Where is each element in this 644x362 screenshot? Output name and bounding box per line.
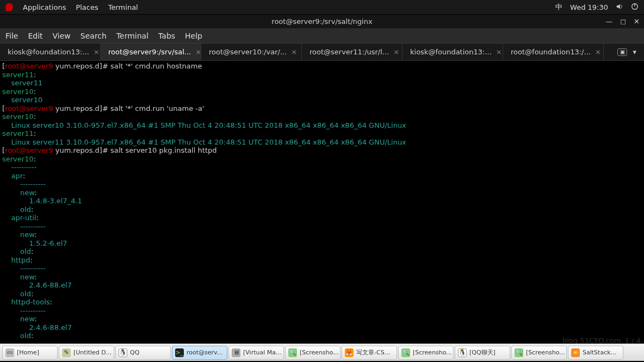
tab-close-icon[interactable]: × bbox=[496, 48, 502, 56]
menu-search[interactable]: Search bbox=[81, 32, 107, 40]
taskbar-label: [Screensho... bbox=[300, 349, 339, 356]
terminal-line: old: bbox=[2, 332, 642, 340]
taskbar-item[interactable]: 🐧QQ bbox=[115, 346, 171, 360]
terminal-output[interactable]: [root@server9 yum.repos.d]# salt '*' cmd… bbox=[0, 61, 644, 344]
menu-edit[interactable]: Edit bbox=[28, 32, 42, 40]
terminal-line: ---------- bbox=[2, 163, 642, 172]
menu-help[interactable]: Help bbox=[185, 32, 202, 40]
taskbar-label: QQ bbox=[130, 349, 139, 356]
menu-terminal[interactable]: Terminal bbox=[108, 3, 138, 11]
taskbar-item[interactable]: ▭[Home] bbox=[2, 346, 58, 360]
qqchat-icon: 🐧 bbox=[458, 348, 467, 357]
terminal-line: new: bbox=[2, 189, 642, 197]
tab-label: root@server10:/var/... bbox=[209, 48, 287, 56]
terminal-tab[interactable]: root@server9:/srv/sal...× bbox=[101, 43, 201, 60]
power-icon[interactable] bbox=[631, 3, 639, 12]
menu-places[interactable]: Places bbox=[76, 3, 98, 11]
taskbar-item[interactable]: ∞SaltStack... bbox=[568, 346, 623, 360]
tab-actions: ▣ ▾ bbox=[610, 43, 644, 60]
terminal-line: old: bbox=[2, 247, 642, 256]
terminal-line: new: bbox=[2, 273, 642, 282]
terminal-line: 2.4.6-88.el7 bbox=[2, 323, 642, 332]
gnome-top-bar: Applications Places Terminal 中 Wed 19:30 bbox=[0, 0, 644, 14]
menu-file[interactable]: File bbox=[5, 32, 18, 40]
terminal-tab[interactable]: root@foundation13:/...× bbox=[503, 43, 604, 60]
taskbar-label: SaltStack... bbox=[583, 349, 616, 356]
terminal-line: [root@server9 yum.repos.d]# salt server1… bbox=[2, 146, 642, 155]
term-icon: >_ bbox=[175, 348, 184, 357]
minimize-button[interactable]: — bbox=[605, 17, 612, 26]
taskbar-label: [Screensho... bbox=[413, 349, 452, 356]
tab-close-icon[interactable]: × bbox=[291, 48, 297, 56]
terminal-line: server11 bbox=[2, 79, 642, 88]
terminal-tabstrip: kiosk@foundation13:...×root@server9:/srv… bbox=[0, 43, 644, 61]
terminal-line: server10: bbox=[2, 155, 642, 164]
menu-applications[interactable]: Applications bbox=[23, 3, 66, 11]
menu-tabs[interactable]: Tabs bbox=[158, 32, 175, 40]
salt-icon: ∞ bbox=[571, 348, 580, 357]
terminal-line: apr: bbox=[2, 172, 642, 180]
taskbar-item[interactable]: 🔍[Screensho... bbox=[285, 346, 340, 360]
terminal-line: Linux server11 3.10.0-957.el7.x86_64 #1 … bbox=[2, 138, 642, 147]
terminal-line: apr-util: bbox=[2, 214, 642, 222]
shot-icon: 🔍 bbox=[401, 348, 410, 357]
menu-view[interactable]: View bbox=[53, 32, 71, 40]
taskbar-item[interactable]: 🔍[Screensho... bbox=[398, 346, 454, 360]
terminal-line: httpd-tools: bbox=[2, 298, 642, 307]
terminal-tab[interactable]: kiosk@foundation13:...× bbox=[403, 43, 503, 60]
taskbar-label: [Screensho... bbox=[526, 349, 565, 356]
taskbar-item[interactable]: >_root@serv... bbox=[172, 346, 227, 360]
terminal-line: server10: bbox=[2, 113, 642, 121]
window-titlebar: root@server9:/srv/salt/nginx — ◻ ✕ bbox=[0, 14, 644, 28]
taskbar-label: [Untitled D... bbox=[73, 349, 112, 356]
taskbar-label: [QQ聊天] bbox=[469, 348, 496, 357]
terminal-line: server11: bbox=[2, 71, 642, 79]
terminal-line: ---------- bbox=[2, 307, 642, 315]
taskbar-item[interactable]: ✎[Untitled D... bbox=[59, 346, 114, 360]
terminal-line: 2.4.6-88.el7 bbox=[2, 281, 642, 290]
terminal-line: ---------- bbox=[2, 264, 642, 273]
tab-close-icon[interactable]: × bbox=[595, 48, 601, 56]
taskbar-item[interactable]: 🐧[QQ聊天] bbox=[455, 346, 510, 360]
edit-icon: ✎ bbox=[62, 348, 71, 357]
window-title: root@server9:/srv/salt/nginx bbox=[271, 17, 372, 26]
new-tab-button[interactable]: ▣ bbox=[617, 48, 627, 56]
tab-label: root@foundation13:/... bbox=[511, 48, 591, 56]
shot-icon: 🔍 bbox=[515, 348, 523, 357]
terminal-line: Linux server10 3.10.0-957.el7.x86_64 #1 … bbox=[2, 121, 642, 130]
taskbar-item[interactable]: 🔍[Screensho... bbox=[511, 346, 567, 360]
terminal-line: server11: bbox=[2, 129, 642, 138]
terminal-line: old: bbox=[2, 290, 642, 298]
taskbar-item[interactable]: 🦊写文章-CS... bbox=[342, 346, 397, 360]
tab-label: kiosk@foundation13:... bbox=[410, 48, 492, 56]
terminal-line: httpd: bbox=[2, 256, 642, 265]
clock[interactable]: Wed 19:30 bbox=[570, 3, 608, 11]
taskbar-item[interactable]: 🖥[Virtual Ma... bbox=[228, 346, 284, 360]
terminal-line: ---------- bbox=[2, 180, 642, 189]
maximize-button[interactable]: ◻ bbox=[620, 17, 626, 26]
tab-close-icon[interactable]: × bbox=[195, 48, 201, 56]
terminal-menubar: File Edit View Search Terminal Tabs Help bbox=[0, 28, 644, 43]
terminal-line: old: bbox=[2, 205, 642, 214]
terminal-line: server10: bbox=[2, 88, 642, 96]
tab-close-icon[interactable]: × bbox=[94, 48, 100, 56]
redhat-logo-icon bbox=[5, 3, 14, 11]
terminal-line: [root@server9 yum.repos.d]# salt '*' cmd… bbox=[2, 104, 642, 113]
close-button[interactable]: ✕ bbox=[634, 17, 640, 26]
vm-icon: 🖥 bbox=[232, 348, 240, 357]
tab-overflow-button[interactable]: ▾ bbox=[633, 48, 636, 56]
terminal-tab[interactable]: root@server10:/var/...× bbox=[201, 43, 302, 60]
taskbar-label: root@serv... bbox=[187, 349, 222, 356]
tab-label: root@server11:/usr/l... bbox=[309, 48, 389, 56]
tab-close-icon[interactable]: × bbox=[393, 48, 399, 56]
shot-icon: 🔍 bbox=[288, 348, 297, 357]
terminal-tab[interactable]: kiosk@foundation13:...× bbox=[0, 43, 101, 60]
volume-icon[interactable] bbox=[616, 3, 623, 12]
folder-icon: ▭ bbox=[5, 348, 14, 357]
menu-terminal[interactable]: Terminal bbox=[116, 32, 148, 40]
terminal-line: 1.5.2-6.el7 bbox=[2, 239, 642, 248]
tab-label: kiosk@foundation13:... bbox=[8, 48, 89, 56]
terminal-line: new: bbox=[2, 315, 642, 323]
ime-indicator[interactable]: 中 bbox=[555, 2, 562, 12]
terminal-tab[interactable]: root@server11:/usr/l...× bbox=[302, 43, 403, 60]
